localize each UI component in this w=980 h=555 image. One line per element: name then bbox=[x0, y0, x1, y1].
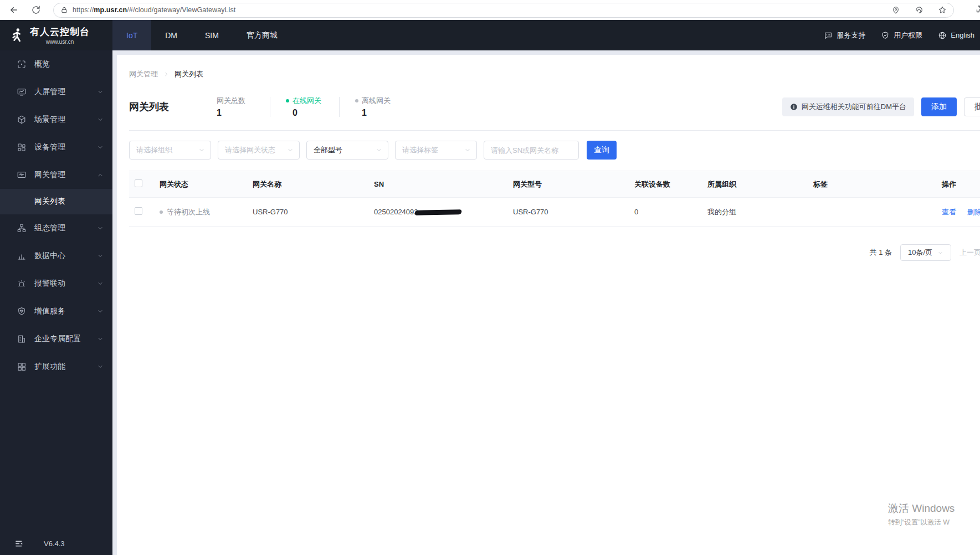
permissions-link[interactable]: 用户权限 bbox=[881, 30, 922, 40]
sidebar-item-value-added-services[interactable]: 增值服务 bbox=[0, 297, 112, 325]
col-device-count: 关联设备数 bbox=[634, 171, 707, 198]
org-select-placeholder: 请选择组织 bbox=[136, 145, 172, 155]
alarm-siren-icon bbox=[17, 279, 27, 289]
sidebar-item-alarm-linkage[interactable]: 报警联动 bbox=[0, 270, 112, 297]
col-gateway-status: 网关状态 bbox=[160, 171, 253, 198]
sidebar-item-label: 增值服务 bbox=[34, 306, 65, 316]
sidebar-item-device-management[interactable]: 设备管理 bbox=[0, 133, 112, 161]
sidebar-subitem-gateway-list-active[interactable]: 网关列表 bbox=[0, 189, 112, 214]
pagination-total: 共 1 条 bbox=[870, 248, 892, 258]
location-pin-icon[interactable] bbox=[891, 6, 900, 14]
sidebar-item-extensions[interactable]: 扩展功能 bbox=[0, 353, 112, 381]
browser-reload-button[interactable] bbox=[31, 5, 41, 15]
browser-toolbar: https://mp.usr.cn/#/cloud/gateway/ViewGa… bbox=[0, 0, 980, 20]
scene-cube-icon bbox=[17, 115, 27, 125]
sidebar-item-configuration-management[interactable]: 组态管理 bbox=[0, 214, 112, 242]
screen: https://mp.usr.cn/#/cloud/gateway/ViewGa… bbox=[0, 0, 980, 555]
stat-label: 离线网关 bbox=[362, 96, 391, 106]
topbar-links: 服务支持 用户权限 English bbox=[824, 20, 980, 50]
page-size-select[interactable]: 10条/页 bbox=[900, 244, 951, 261]
favorite-star-icon[interactable] bbox=[938, 6, 947, 14]
sync-swirl-icon[interactable] bbox=[915, 6, 923, 14]
watermark-line2: 转到“设置”以激活 W bbox=[888, 518, 980, 527]
stat-divider bbox=[270, 97, 270, 117]
gateway-status-select[interactable]: 请选择网关状态 bbox=[218, 141, 300, 160]
sidebar-item-label: 场景管理 bbox=[34, 115, 65, 125]
chevron-down-icon bbox=[97, 225, 104, 232]
row-checkbox[interactable] bbox=[135, 207, 142, 215]
prev-page-button[interactable]: 上一页 bbox=[960, 248, 980, 258]
batch-button[interactable]: 批量 bbox=[964, 97, 980, 116]
col-actions: 操作 bbox=[942, 171, 980, 198]
sn-visible-digits: 02502024092 bbox=[374, 208, 418, 216]
breadcrumb-current: 网关列表 bbox=[175, 69, 203, 79]
device-count-cell: 0 bbox=[634, 198, 707, 227]
tab-iot[interactable]: IoT bbox=[112, 20, 151, 50]
sidebar-subitem-label: 网关列表 bbox=[34, 197, 65, 207]
support-link[interactable]: 服务支持 bbox=[824, 30, 865, 40]
chevron-down-icon bbox=[97, 89, 104, 95]
org-tree-icon bbox=[17, 223, 27, 233]
address-bar[interactable]: https://mp.usr.cn/#/cloud/gateway/ViewGa… bbox=[53, 3, 954, 18]
breadcrumb-parent[interactable]: 网关管理 bbox=[129, 69, 158, 79]
sidebar: 概览 大屏管理 场景管理 设备管理 网关管理 bbox=[0, 50, 112, 555]
language-switch[interactable]: English bbox=[938, 31, 974, 40]
sidebar-item-label: 数据中心 bbox=[34, 251, 65, 261]
bar-chart-icon bbox=[17, 251, 27, 261]
sidebar-item-scene-management[interactable]: 场景管理 bbox=[0, 106, 112, 133]
sidebar-item-label: 扩展功能 bbox=[34, 362, 65, 372]
select-all-checkbox[interactable] bbox=[135, 179, 142, 187]
breadcrumb: 网关管理 网关列表 bbox=[129, 69, 980, 79]
sidebar-item-gateway-management[interactable]: 网关管理 bbox=[0, 161, 112, 189]
sn-search-input[interactable] bbox=[484, 141, 579, 160]
grid-icon bbox=[17, 362, 27, 372]
delete-link[interactable]: 删除 bbox=[967, 208, 980, 216]
tab-official-store[interactable]: 官方商城 bbox=[233, 20, 291, 50]
tag-select[interactable]: 请选择标签 bbox=[395, 141, 477, 160]
stat-label: 在线网关 bbox=[293, 96, 321, 106]
org-select[interactable]: 请选择组织 bbox=[129, 141, 211, 160]
language-label: English bbox=[951, 31, 974, 39]
tab-sim[interactable]: SIM bbox=[191, 20, 233, 50]
sidebar-item-label: 设备管理 bbox=[34, 142, 65, 152]
tab-label: DM bbox=[165, 31, 177, 40]
sidebar-footer: V6.4.3 bbox=[0, 539, 112, 548]
model-select[interactable]: 全部型号 bbox=[306, 141, 388, 160]
collapse-sidebar-icon[interactable] bbox=[14, 539, 24, 548]
brand-logo[interactable]: 有人云控制台 www.usr.cn bbox=[0, 20, 112, 50]
sidebar-item-enterprise-config[interactable]: 企业专属配置 bbox=[0, 325, 112, 353]
lock-icon bbox=[60, 6, 68, 14]
tab-dm[interactable]: DM bbox=[151, 20, 191, 50]
sidebar-item-data-center[interactable]: 数据中心 bbox=[0, 242, 112, 270]
sidebar-item-label: 报警联动 bbox=[34, 279, 65, 289]
notice-text: 网关运维相关功能可前往DM平台 bbox=[802, 102, 906, 112]
watermark-line1: 激活 Windows bbox=[888, 501, 980, 516]
sidebar-item-overview[interactable]: 概览 bbox=[0, 50, 112, 78]
actions-cell: 查看 删除 bbox=[942, 198, 980, 227]
brand-text: 有人云控制台 www.usr.cn bbox=[30, 25, 90, 45]
stat-offline: 离线网关 1 bbox=[355, 96, 403, 118]
gateway-table: 网关状态 网关名称 SN 网关型号 关联设备数 所属组织 标签 操作 bbox=[129, 171, 980, 227]
sidebar-item-label: 企业专属配置 bbox=[34, 334, 81, 344]
add-gateway-button[interactable]: 添加 bbox=[921, 97, 957, 116]
chevron-up-icon bbox=[97, 172, 104, 178]
page-title: 网关列表 bbox=[129, 100, 169, 114]
gateway-monitor-icon bbox=[17, 170, 27, 180]
extensions-puzzle-icon[interactable] bbox=[974, 4, 980, 17]
gem-shield-icon bbox=[17, 306, 27, 316]
url-text: https://mp.usr.cn/#/cloud/gateway/ViewGa… bbox=[73, 6, 235, 14]
shield-icon bbox=[881, 31, 890, 40]
search-button[interactable]: 查询 bbox=[587, 141, 617, 160]
chevron-down-icon bbox=[97, 253, 104, 259]
stat-value: 0 bbox=[293, 108, 333, 118]
chevron-down-icon bbox=[464, 147, 471, 153]
model-select-value: 全部型号 bbox=[314, 145, 342, 155]
tab-label: IoT bbox=[126, 31, 137, 40]
status-cell: 等待初次上线 bbox=[160, 207, 249, 217]
top-app-bar: 有人云控制台 www.usr.cn IoT DM SIM 官方商城 服务支持 用… bbox=[0, 20, 980, 50]
browser-back-button[interactable] bbox=[9, 5, 19, 15]
col-org: 所属组织 bbox=[707, 171, 813, 198]
sidebar-item-screen-management[interactable]: 大屏管理 bbox=[0, 78, 112, 106]
view-link[interactable]: 查看 bbox=[942, 208, 956, 216]
chevron-down-icon bbox=[97, 144, 104, 151]
